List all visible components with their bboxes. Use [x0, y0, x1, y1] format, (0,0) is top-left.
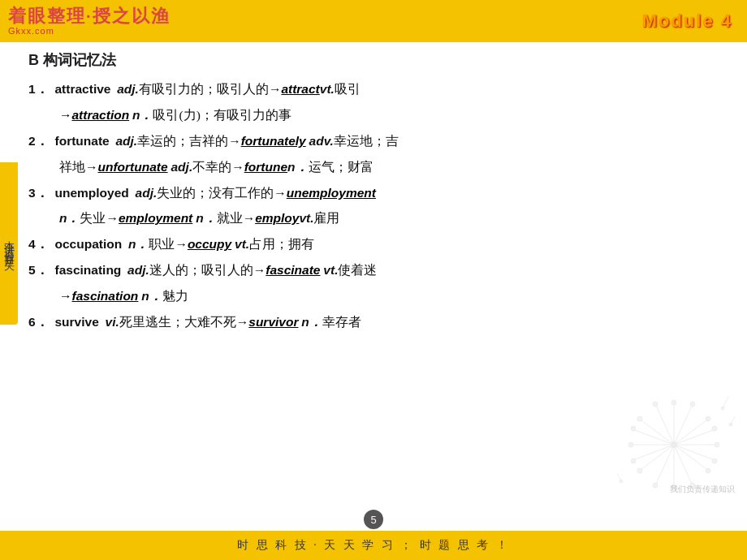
svg-point-4	[706, 416, 710, 421]
footer-text: 时 思 科 技 · 天 天 学 习 ； 时 题 思 考 ！	[237, 538, 510, 553]
unfortunate-link: unfortunate	[98, 160, 168, 174]
section-title: B 构词记忆法	[28, 50, 723, 70]
occupy-link: occupy	[188, 237, 231, 251]
svg-point-22	[712, 426, 717, 431]
svg-line-3	[674, 420, 706, 445]
vocab-item-1-line2: →attraction n．吸引(力)；有吸引力的事	[28, 104, 723, 127]
attraction-link: attraction	[72, 108, 130, 122]
fortune-link: fortune	[244, 160, 287, 174]
fascinate-link: fascinate	[266, 263, 320, 277]
num-4: 4．	[28, 237, 49, 251]
watermark: 我们负责传递知识	[670, 484, 735, 495]
svg-point-24	[712, 459, 717, 463]
left-tab-text: 本讲适合自开关	[2, 232, 16, 255]
svg-line-37	[731, 416, 735, 424]
watermark-line1: 我们负责传递知识	[670, 485, 735, 493]
header: 着眼整理·授之以渔 Gkxx.com Module 4	[0, 0, 747, 42]
attract-link: attract	[281, 82, 319, 96]
employment-link: employment	[119, 211, 192, 225]
num-2: 2．	[28, 134, 49, 148]
pos-1: adj.	[117, 82, 139, 96]
svg-point-20	[690, 402, 695, 407]
footer: 时 思 科 技 · 天 天 学 习 ； 时 题 思 考 ！	[0, 531, 747, 560]
svg-line-34	[723, 400, 727, 408]
vocab-item-2-line2: 祥地→unfortunate adj.不幸的→fortunen．运气；财富	[28, 156, 723, 179]
svg-point-6	[715, 442, 719, 447]
fortunately-link: fortunately	[241, 134, 306, 148]
num-1: 1．	[28, 82, 49, 96]
num-6: 6．	[28, 315, 49, 329]
page-number: 5	[364, 510, 383, 529]
vocab-item-3-line2: n．失业→employment n．就业→employvt.雇用	[28, 207, 723, 230]
svg-point-32	[631, 426, 636, 431]
svg-line-11	[641, 445, 674, 469]
word-unemployed: unemployed	[55, 186, 129, 200]
svg-point-8	[706, 468, 710, 473]
vocab-item-5-line2: →fascination n．魅力	[28, 285, 723, 308]
logo-main: 着眼整理·授之以渔	[8, 6, 171, 26]
word-fortunate: fortunate	[55, 134, 110, 148]
svg-point-30	[631, 459, 636, 463]
vocab-item-6: 6． survive vi.死里逃生；大难不死→survivor n．幸存者	[28, 311, 723, 334]
vocab-item-5: 5． fascinating adj.迷人的；吸引人的→fascinate vt…	[28, 259, 723, 282]
survivor-link: survivor	[248, 315, 298, 329]
fascination-link: fascination	[72, 289, 139, 303]
vocab-item-2: 2． fortunate adj.幸运的；吉祥的→fortunately adv…	[28, 130, 723, 153]
svg-line-35	[727, 396, 729, 400]
svg-line-7	[674, 445, 706, 469]
svg-line-15	[641, 420, 674, 445]
svg-point-28	[653, 483, 658, 488]
vocab-item-4: 4． occupation n．职业→occupy vt.占用；拥有	[28, 233, 723, 256]
svg-point-16	[637, 416, 642, 421]
svg-point-2	[671, 400, 676, 405]
vocab-item-3: 3． unemployed adj.失业的；没有工作的→unemployment	[28, 182, 723, 205]
svg-point-12	[637, 468, 642, 473]
vocab-item-1: 1． attractive adj.有吸引力的；吸引人的→attractvt.吸…	[28, 78, 723, 101]
svg-point-18	[653, 402, 658, 407]
unemployment-link: unemployment	[287, 186, 376, 200]
svg-point-14	[628, 442, 633, 447]
logo: 着眼整理·授之以渔 Gkxx.com	[8, 6, 171, 36]
logo-sub: Gkxx.com	[8, 26, 171, 36]
main-content: B 构词记忆法 1． attractive adj.有吸引力的；吸引人的→att…	[0, 42, 747, 531]
word-attractive: attractive	[55, 82, 111, 96]
word-fascinating: fascinating	[55, 263, 122, 277]
word-occupation: occupation	[55, 237, 123, 251]
num-3: 3．	[28, 186, 49, 200]
employ-link: employ	[255, 211, 299, 225]
word-survive: survive	[55, 315, 99, 329]
left-tab: 本讲适合自开关	[0, 162, 18, 325]
num-5: 5．	[28, 263, 49, 277]
svg-line-39	[617, 473, 621, 481]
module-title: Module 4	[642, 11, 732, 32]
